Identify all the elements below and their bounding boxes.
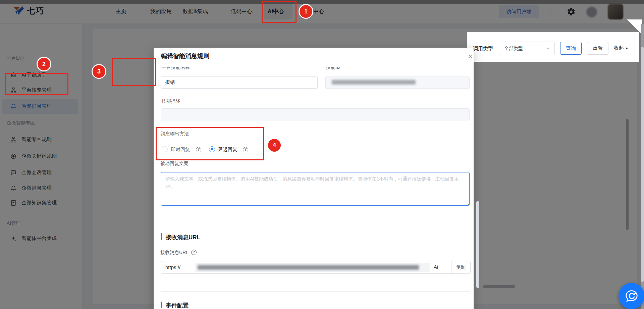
annotation-badge-4: 4 [267,138,282,153]
annotation-badge-3: 3 [92,64,106,79]
receive-url-input[interactable]: https:// Ai [161,261,451,274]
annotation-box-3 [112,58,156,86]
edit-rule-modal: 平台技能名称* 技能ID 编辑智能消息规则 × 技能描述 消息输出方法 即时回复… [154,48,474,309]
annotation-box-1 [262,1,297,23]
reset-button[interactable]: 重置 [587,42,608,55]
skill-name-input[interactable] [161,76,318,89]
skill-desc-label: 技能描述 [162,98,180,104]
redacted-skill-id [332,80,416,85]
section-divider [161,220,470,220]
chat-assistant-fab[interactable] [619,283,644,309]
modal-header: 编辑智能消息规则 × [154,48,474,67]
section-accent-bar [161,233,162,240]
close-icon[interactable]: × [466,52,474,61]
redacted-url-area [195,263,430,272]
chevron-down-icon [546,48,550,50]
annotation-badge-2: 2 [37,57,51,71]
receive-url-label: 接收消息URL [160,250,189,256]
app-root: 七巧 主页我的应用数据&集成低码中心AI中心模版中心 访问用户端 平台助手AI平… [0,0,644,309]
skill-id-input-disabled [325,76,470,89]
collapse-toggle[interactable]: 收起 ▲ [614,45,628,51]
skill-desc-input-disabled [161,108,470,121]
section-accent-bar [161,302,162,308]
question-icon[interactable]: ? [191,250,197,255]
annotation-box-2 [5,73,68,95]
passive-reply-textarea[interactable] [161,172,470,206]
filter-right-group: 调用类型 全部类型 查询 重置 收起 ▲ [467,32,639,62]
receive-url-section-title: 接收消息URL [166,234,200,241]
search-button[interactable]: 查询 [560,42,582,55]
chat-refresh-icon [624,288,639,304]
redacted-url [198,265,419,270]
url-suffix: Ai [434,264,438,270]
section-divider [161,291,470,292]
page-scrollbar-thumb[interactable] [641,47,644,282]
passive-reply-label: 被动回复文案 [160,161,189,167]
annotation-badge-1: 1 [299,4,313,19]
filter-type-select[interactable]: 全部类型 [500,42,555,55]
clipped-focused-field-edge [161,308,470,308]
chevron-up-icon: ▲ [625,46,628,50]
annotation-box-4 [156,127,264,160]
modal-title: 编辑智能消息规则 [161,52,209,60]
modal-scrollbar-thumb[interactable] [476,201,479,288]
copy-url-button[interactable]: 复制 [451,261,471,274]
filter-type-label: 调用类型 [473,46,493,52]
url-prefix: https:// [165,264,180,270]
